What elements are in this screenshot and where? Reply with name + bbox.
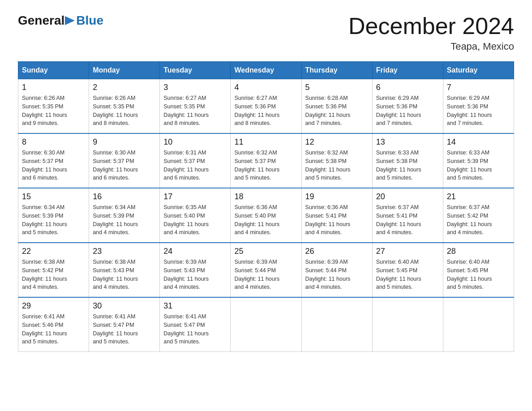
- calendar-cell: 18 Sunrise: 6:36 AM Sunset: 5:40 PM Dayl…: [231, 188, 301, 243]
- calendar-week-row: 1 Sunrise: 6:26 AM Sunset: 5:35 PM Dayli…: [18, 79, 514, 134]
- calendar-cell: 24 Sunrise: 6:39 AM Sunset: 5:43 PM Dayl…: [160, 243, 231, 297]
- calendar-cell: 12 Sunrise: 6:32 AM Sunset: 5:38 PM Dayl…: [301, 133, 372, 188]
- day-number: 26: [305, 247, 369, 256]
- day-number: 18: [234, 192, 297, 201]
- day-number: 11: [234, 137, 297, 147]
- title-section: December 2024 Teapa, Mexico: [348, 13, 514, 52]
- day-info: Sunrise: 6:37 AM Sunset: 5:42 PM Dayligh…: [447, 203, 510, 237]
- calendar-cell: 30 Sunrise: 6:41 AM Sunset: 5:47 PM Dayl…: [89, 297, 160, 352]
- day-number: 12: [305, 137, 369, 147]
- calendar-week-row: 15 Sunrise: 6:34 AM Sunset: 5:39 PM Dayl…: [18, 188, 514, 243]
- day-info: Sunrise: 6:41 AM Sunset: 5:47 PM Dayligh…: [163, 313, 227, 346]
- day-info: Sunrise: 6:40 AM Sunset: 5:45 PM Dayligh…: [447, 258, 510, 291]
- day-number: 28: [447, 247, 510, 256]
- day-info: Sunrise: 6:35 AM Sunset: 5:40 PM Dayligh…: [163, 203, 227, 237]
- day-info: Sunrise: 6:39 AM Sunset: 5:44 PM Dayligh…: [234, 258, 297, 291]
- day-number: 25: [234, 247, 297, 256]
- day-number: 1: [22, 83, 85, 92]
- day-number: 10: [163, 137, 227, 147]
- column-header-friday: Friday: [372, 62, 443, 79]
- day-info: Sunrise: 6:27 AM Sunset: 5:36 PM Dayligh…: [234, 94, 297, 128]
- day-info: Sunrise: 6:41 AM Sunset: 5:46 PM Dayligh…: [22, 313, 85, 346]
- day-info: Sunrise: 6:36 AM Sunset: 5:41 PM Dayligh…: [305, 203, 369, 237]
- column-header-tuesday: Tuesday: [160, 62, 231, 79]
- calendar-week-row: 8 Sunrise: 6:30 AM Sunset: 5:37 PM Dayli…: [18, 133, 514, 188]
- calendar-cell: [301, 297, 372, 352]
- calendar-week-row: 22 Sunrise: 6:38 AM Sunset: 5:42 PM Dayl…: [18, 243, 514, 297]
- month-title: December 2024: [348, 13, 514, 39]
- day-info: Sunrise: 6:29 AM Sunset: 5:36 PM Dayligh…: [376, 94, 439, 128]
- day-info: Sunrise: 6:29 AM Sunset: 5:36 PM Dayligh…: [447, 94, 510, 128]
- calendar-table: SundayMondayTuesdayWednesdayThursdayFrid…: [18, 61, 514, 352]
- column-header-sunday: Sunday: [18, 62, 89, 79]
- day-info: Sunrise: 6:32 AM Sunset: 5:38 PM Dayligh…: [305, 149, 369, 182]
- day-number: 6: [376, 83, 439, 92]
- day-info: Sunrise: 6:30 AM Sunset: 5:37 PM Dayligh…: [93, 149, 156, 182]
- calendar-cell: 26 Sunrise: 6:39 AM Sunset: 5:44 PM Dayl…: [301, 243, 372, 297]
- day-info: Sunrise: 6:26 AM Sunset: 5:35 PM Dayligh…: [93, 94, 156, 128]
- calendar-cell: 17 Sunrise: 6:35 AM Sunset: 5:40 PM Dayl…: [160, 188, 231, 243]
- column-header-thursday: Thursday: [301, 62, 372, 79]
- calendar-cell: 22 Sunrise: 6:38 AM Sunset: 5:42 PM Dayl…: [18, 243, 89, 297]
- calendar-cell: 10 Sunrise: 6:31 AM Sunset: 5:37 PM Dayl…: [160, 133, 231, 188]
- day-info: Sunrise: 6:30 AM Sunset: 5:37 PM Dayligh…: [22, 149, 85, 182]
- day-info: Sunrise: 6:39 AM Sunset: 5:43 PM Dayligh…: [163, 258, 227, 291]
- column-header-monday: Monday: [89, 62, 160, 79]
- day-number: 21: [447, 192, 510, 201]
- svg-marker-0: [65, 16, 75, 25]
- day-info: Sunrise: 6:36 AM Sunset: 5:40 PM Dayligh…: [234, 203, 297, 237]
- calendar-cell: 8 Sunrise: 6:30 AM Sunset: 5:37 PM Dayli…: [18, 133, 89, 188]
- day-number: 9: [93, 137, 156, 147]
- calendar-cell: 28 Sunrise: 6:40 AM Sunset: 5:45 PM Dayl…: [443, 243, 514, 297]
- day-number: 3: [163, 83, 227, 92]
- logo-blue-text: Blue: [76, 13, 103, 28]
- calendar-cell: 23 Sunrise: 6:38 AM Sunset: 5:43 PM Dayl…: [89, 243, 160, 297]
- day-number: 29: [22, 301, 85, 311]
- day-info: Sunrise: 6:32 AM Sunset: 5:37 PM Dayligh…: [234, 149, 297, 182]
- day-info: Sunrise: 6:34 AM Sunset: 5:39 PM Dayligh…: [93, 203, 156, 237]
- day-info: Sunrise: 6:34 AM Sunset: 5:39 PM Dayligh…: [22, 203, 85, 237]
- day-number: 8: [22, 137, 85, 147]
- day-info: Sunrise: 6:41 AM Sunset: 5:47 PM Dayligh…: [93, 313, 156, 346]
- calendar-cell: 1 Sunrise: 6:26 AM Sunset: 5:35 PM Dayli…: [18, 79, 89, 134]
- day-number: 27: [376, 247, 439, 256]
- day-number: 4: [234, 83, 297, 92]
- day-number: 7: [447, 83, 510, 92]
- calendar-cell: 25 Sunrise: 6:39 AM Sunset: 5:44 PM Dayl…: [231, 243, 301, 297]
- calendar-cell: 7 Sunrise: 6:29 AM Sunset: 5:36 PM Dayli…: [443, 79, 514, 134]
- calendar-cell: 16 Sunrise: 6:34 AM Sunset: 5:39 PM Dayl…: [89, 188, 160, 243]
- calendar-cell: 27 Sunrise: 6:40 AM Sunset: 5:45 PM Dayl…: [372, 243, 443, 297]
- day-info: Sunrise: 6:33 AM Sunset: 5:38 PM Dayligh…: [376, 149, 439, 182]
- day-number: 30: [93, 301, 156, 311]
- column-header-saturday: Saturday: [443, 62, 514, 79]
- calendar-cell: [231, 297, 301, 352]
- calendar-cell: 9 Sunrise: 6:30 AM Sunset: 5:37 PM Dayli…: [89, 133, 160, 188]
- day-info: Sunrise: 6:39 AM Sunset: 5:44 PM Dayligh…: [305, 258, 369, 291]
- calendar-cell: [443, 297, 514, 352]
- calendar-cell: 4 Sunrise: 6:27 AM Sunset: 5:36 PM Dayli…: [231, 79, 301, 134]
- calendar-cell: 3 Sunrise: 6:27 AM Sunset: 5:35 PM Dayli…: [160, 79, 231, 134]
- calendar-cell: 6 Sunrise: 6:29 AM Sunset: 5:36 PM Dayli…: [372, 79, 443, 134]
- day-number: 19: [305, 192, 369, 201]
- calendar-cell: [372, 297, 443, 352]
- calendar-cell: 13 Sunrise: 6:33 AM Sunset: 5:38 PM Dayl…: [372, 133, 443, 188]
- column-header-wednesday: Wednesday: [231, 62, 301, 79]
- day-info: Sunrise: 6:37 AM Sunset: 5:41 PM Dayligh…: [376, 203, 439, 237]
- day-info: Sunrise: 6:38 AM Sunset: 5:42 PM Dayligh…: [22, 258, 85, 291]
- day-info: Sunrise: 6:26 AM Sunset: 5:35 PM Dayligh…: [22, 94, 85, 128]
- day-number: 16: [93, 192, 156, 201]
- calendar-cell: 31 Sunrise: 6:41 AM Sunset: 5:47 PM Dayl…: [160, 297, 231, 352]
- day-number: 20: [376, 192, 439, 201]
- day-number: 5: [305, 83, 369, 92]
- calendar-cell: 2 Sunrise: 6:26 AM Sunset: 5:35 PM Dayli…: [89, 79, 160, 134]
- day-number: 14: [447, 137, 510, 147]
- calendar-cell: 15 Sunrise: 6:34 AM Sunset: 5:39 PM Dayl…: [18, 188, 89, 243]
- page-header: General Blue December 2024 Teapa, Mexico: [18, 13, 514, 52]
- day-number: 22: [22, 247, 85, 256]
- calendar-cell: 14 Sunrise: 6:33 AM Sunset: 5:39 PM Dayl…: [443, 133, 514, 188]
- day-info: Sunrise: 6:31 AM Sunset: 5:37 PM Dayligh…: [163, 149, 227, 182]
- calendar-header-row: SundayMondayTuesdayWednesdayThursdayFrid…: [18, 62, 514, 79]
- logo-icon: [64, 16, 75, 25]
- day-info: Sunrise: 6:33 AM Sunset: 5:39 PM Dayligh…: [447, 149, 510, 182]
- logo-general-text: General: [18, 13, 64, 28]
